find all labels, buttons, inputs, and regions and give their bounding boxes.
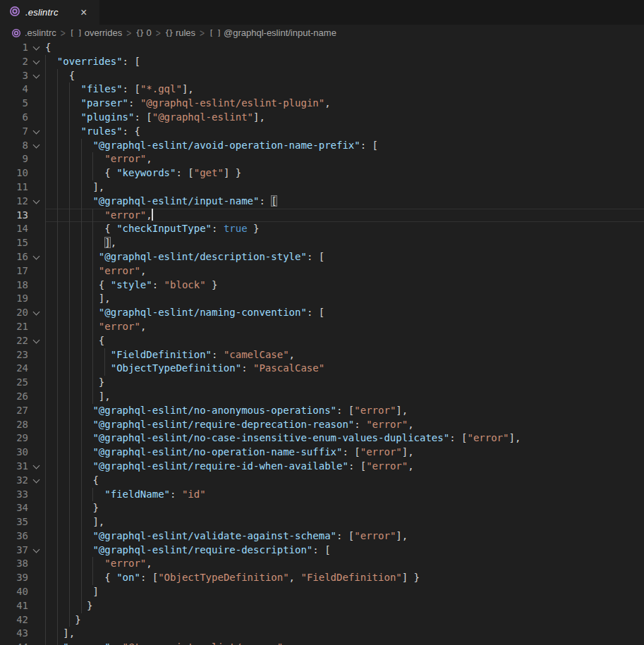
line-number[interactable]: 10 — [0, 166, 28, 180]
line-number[interactable]: 19 — [0, 292, 28, 306]
line-number[interactable]: 24 — [0, 362, 28, 376]
code-line[interactable]: 38 "error", — [0, 557, 644, 571]
line-number[interactable]: 31 — [0, 460, 28, 474]
close-icon[interactable]: × — [77, 6, 91, 20]
code-line[interactable]: 1{ — [0, 41, 644, 55]
code-line[interactable]: 36 "@graphql-eslint/validate-against-sch… — [0, 529, 644, 543]
breadcrumb-item-overrides[interactable]: [ ]overrides — [70, 27, 122, 38]
line-number[interactable]: 14 — [0, 222, 28, 236]
code-line[interactable]: 29 "@graphql-eslint/no-case-insensitive-… — [0, 431, 644, 446]
code-line[interactable]: 2 "overrides": [ — [0, 55, 644, 69]
code-line[interactable]: 17 "error", — [0, 264, 644, 278]
line-number[interactable]: 17 — [0, 264, 28, 278]
code-line[interactable]: 35 ], — [0, 515, 644, 529]
line-number[interactable]: 25 — [0, 376, 28, 390]
code-line[interactable]: 18 { "style": "block" } — [0, 278, 644, 293]
code-line[interactable]: 43 ], — [0, 627, 644, 641]
fold-chevron-icon[interactable] — [28, 55, 45, 69]
code-line[interactable]: 34 } — [0, 501, 644, 515]
breadcrumb-item-0[interactable]: {}0 — [135, 27, 151, 38]
line-number[interactable]: 30 — [0, 446, 28, 460]
fold-chevron-icon[interactable] — [28, 195, 45, 209]
code-line[interactable]: 14 { "checkInputType": true } — [0, 222, 644, 236]
line-number[interactable]: 27 — [0, 404, 28, 418]
line-number[interactable]: 20 — [0, 306, 28, 320]
code-line[interactable]: 6 "plugins": ["@graphql-eslint"], — [0, 111, 644, 125]
breadcrumb-item--eslintrc[interactable]: .eslintrc — [11, 27, 56, 38]
code-line[interactable]: 23 "FieldDefinition": "camelCase", — [0, 348, 644, 362]
line-number[interactable]: 1 — [0, 41, 28, 55]
line-number[interactable]: 15 — [0, 236, 28, 250]
code-line[interactable]: 13 "error", — [0, 209, 644, 223]
fold-chevron-icon[interactable] — [28, 306, 45, 320]
code-line[interactable]: 10 { "keywords": ["get"] } — [0, 166, 644, 180]
code-line[interactable]: 37 "@graphql-eslint/require-description"… — [0, 543, 644, 558]
fold-chevron-icon[interactable] — [28, 460, 45, 474]
breadcrumb-item--graphql-eslint-input-name[interactable]: [ ]@graphql-eslint/input-name — [209, 27, 336, 38]
fold-chevron-icon[interactable] — [28, 69, 45, 83]
line-number[interactable]: 16 — [0, 250, 28, 264]
code-line[interactable]: 25 } — [0, 376, 644, 390]
code-line[interactable]: 15 ], — [0, 236, 644, 250]
line-number[interactable]: 43 — [0, 627, 28, 641]
line-number[interactable]: 42 — [0, 613, 28, 627]
code-line[interactable]: 19 ], — [0, 292, 644, 306]
code-line[interactable]: 32 { — [0, 474, 644, 488]
code-line[interactable]: 26 ], — [0, 390, 644, 404]
fold-chevron-icon[interactable] — [28, 474, 45, 488]
code-line[interactable]: 42 } — [0, 613, 644, 627]
fold-chevron-icon[interactable] — [28, 41, 45, 55]
code-line[interactable]: 24 "ObjectTypeDefinition": "PascalCase" — [0, 362, 644, 376]
line-number[interactable]: 3 — [0, 69, 28, 83]
code-line[interactable]: 3 { — [0, 69, 644, 83]
code-line[interactable]: 33 "fieldName": "id" — [0, 488, 644, 502]
line-number[interactable]: 12 — [0, 195, 28, 209]
code-line[interactable]: 39 { "on": ["ObjectTypeDefinition", "Fie… — [0, 571, 644, 585]
code-line[interactable]: 28 "@graphql-eslint/require-deprecation-… — [0, 418, 644, 432]
line-number[interactable]: 13 — [0, 209, 28, 223]
line-number[interactable]: 38 — [0, 557, 28, 571]
line-number[interactable]: 44 — [0, 641, 28, 645]
line-number[interactable]: 21 — [0, 320, 28, 334]
tab-eslintrc[interactable]: .eslintrc × — [0, 0, 99, 25]
code-editor[interactable]: 1{2 "overrides": [3 {4 "files": ["*.gql"… — [0, 41, 644, 645]
line-number[interactable]: 9 — [0, 152, 28, 166]
line-number[interactable]: 36 — [0, 529, 28, 543]
code-line[interactable]: 16 "@graphql-eslint/description-style": … — [0, 250, 644, 264]
line-number[interactable]: 33 — [0, 488, 28, 502]
line-number[interactable]: 7 — [0, 125, 28, 139]
code-line[interactable]: 44 "parser": "@typescript-eslint/parser" — [0, 641, 644, 645]
code-line[interactable]: 20 "@graphql-eslint/naming-convention": … — [0, 306, 644, 320]
code-line[interactable]: 22 { — [0, 334, 644, 348]
code-line[interactable]: 41 } — [0, 599, 644, 613]
code-line[interactable]: 27 "@graphql-eslint/no-anonymous-operati… — [0, 404, 644, 418]
line-number[interactable]: 37 — [0, 543, 28, 558]
line-number[interactable]: 28 — [0, 418, 28, 432]
code-line[interactable]: 12 "@graphql-eslint/input-name": [ — [0, 195, 644, 209]
line-number[interactable]: 18 — [0, 278, 28, 293]
code-line[interactable]: 40 ] — [0, 585, 644, 599]
code-line[interactable]: 30 "@graphql-eslint/no-operation-name-su… — [0, 446, 644, 460]
code-line[interactable]: 11 ], — [0, 180, 644, 195]
code-line[interactable]: 9 "error", — [0, 152, 644, 166]
fold-chevron-icon[interactable] — [28, 250, 45, 264]
line-number[interactable]: 8 — [0, 139, 28, 153]
line-number[interactable]: 2 — [0, 55, 28, 69]
line-number[interactable]: 11 — [0, 180, 28, 195]
line-number[interactable]: 23 — [0, 348, 28, 362]
line-number[interactable]: 29 — [0, 431, 28, 446]
line-number[interactable]: 5 — [0, 97, 28, 111]
line-number[interactable]: 22 — [0, 334, 28, 348]
code-line[interactable]: 31 "@graphql-eslint/require-id-when-avai… — [0, 460, 644, 474]
fold-chevron-icon[interactable] — [28, 125, 45, 139]
code-line[interactable]: 21 "error", — [0, 320, 644, 334]
line-number[interactable]: 34 — [0, 501, 28, 515]
line-number[interactable]: 6 — [0, 111, 28, 125]
breadcrumb-item-rules[interactable]: {}rules — [165, 27, 195, 38]
line-number[interactable]: 26 — [0, 390, 28, 404]
line-number[interactable]: 4 — [0, 82, 28, 97]
line-number[interactable]: 41 — [0, 599, 28, 613]
code-line[interactable]: 8 "@graphql-eslint/avoid-operation-name-… — [0, 139, 644, 153]
code-line[interactable]: 5 "parser": "@graphql-eslint/eslint-plug… — [0, 97, 644, 111]
fold-chevron-icon[interactable] — [28, 543, 45, 558]
